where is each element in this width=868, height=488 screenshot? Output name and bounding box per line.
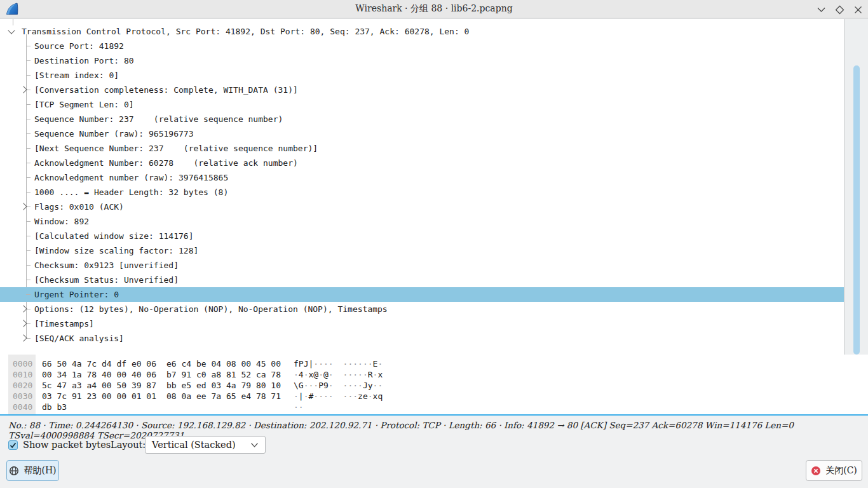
tree-row[interactable]: Sequence Number: 237 (relative sequence … — [0, 112, 844, 126]
help-button[interactable]: 帮助(H) — [6, 460, 59, 481]
hex-offset: 0040 — [8, 402, 36, 412]
tree-row-label: Source Port: 41892 — [34, 41, 124, 51]
hex-bytes — [166, 402, 281, 412]
tree-row[interactable]: [Checksum Status: Unverified] — [0, 273, 844, 287]
tree-row-label: [Next Sequence Number: 237 (relative seq… — [34, 144, 318, 153]
help-button-label: 帮助(H) — [24, 465, 56, 477]
tree-row[interactable]: Urgent Pointer: 0 — [0, 287, 844, 302]
tree-row[interactable]: Sequence Number (raw): 965196773 — [0, 126, 844, 141]
layout-label: Layout: — [111, 440, 146, 450]
collapse-arrow-icon[interactable] — [8, 27, 15, 34]
tree-row-label: Acknowledgment number (raw): 3976415865 — [34, 173, 228, 182]
hex-bytes: 00 34 1a 78 40 00 40 06 — [42, 369, 156, 380]
packet-detail-dialog: { "window": { "title": "Wireshark · 分组 8… — [0, 0, 868, 488]
hex-bytes: b7 91 c0 a8 81 52 ca 78 — [166, 369, 281, 380]
hex-bytes: 03 7c 91 23 00 00 01 01 — [42, 391, 156, 402]
title-bar: Wireshark · 分组 88 · lib6-2.pcapng — [0, 0, 868, 18]
packet-bytes-pane[interactable]: 000066 50 4a 7c d4 df e0 06e6 c4 be 04 0… — [0, 355, 868, 414]
hex-row[interactable]: 0040db b3·· — [0, 402, 383, 412]
show-packet-bytes-label[interactable]: Show packet bytes — [23, 440, 111, 450]
hex-bytes: 66 50 4a 7c d4 df e0 06 — [42, 358, 156, 369]
expand-arrow-icon[interactable] — [20, 334, 27, 341]
hex-offset: 0010 — [8, 369, 36, 380]
hex-bytes: e6 c4 be 04 08 00 45 00 — [166, 358, 281, 369]
close-circle-icon — [811, 466, 821, 476]
tree-row[interactable]: Flags: 0x010 (ACK) — [0, 200, 844, 214]
check-icon — [10, 442, 17, 449]
hex-ascii: ·····R·x — [343, 369, 383, 380]
hex-offset: 0030 — [8, 391, 36, 402]
hex-row[interactable]: 000066 50 4a 7c d4 df e0 06e6 c4 be 04 0… — [0, 358, 383, 369]
tree-row-label: Urgent Pointer: 0 — [34, 290, 119, 299]
tree-row-label: [TCP Segment Len: 0] — [34, 100, 134, 109]
tree-scrollbar-thumb[interactable] — [853, 65, 860, 355]
tree-row[interactable]: Checksum: 0x9123 [unverified] — [0, 258, 844, 273]
expand-arrow-icon[interactable] — [20, 86, 27, 93]
tree-row-label: Sequence Number: 237 (relative sequence … — [34, 114, 283, 124]
hex-bytes: 5c 47 a3 a4 00 50 39 87 — [42, 380, 156, 391]
tree-row-label: [Stream index: 0] — [34, 71, 119, 80]
tree-row[interactable]: Source Port: 41892 — [0, 39, 844, 53]
hex-bytes: db b3 — [42, 402, 156, 412]
pane-focus-line — [0, 414, 868, 416]
tree-row[interactable]: Transmission Control Protocol, Src Port:… — [0, 24, 844, 39]
tree-row-label: [Conversation completeness: Complete, WI… — [34, 85, 298, 95]
hex-bytes: 08 0a ee 7a 65 e4 78 71 — [166, 391, 281, 402]
tree-row-label: [Timestamps] — [34, 319, 94, 329]
close-button[interactable]: 关闭(C) — [806, 460, 862, 481]
show-packet-bytes-checkbox[interactable] — [8, 440, 18, 450]
tree-row-label: [Calculated window size: 114176] — [34, 231, 193, 241]
tree-row[interactable]: [Window size scaling factor: 128] — [0, 243, 844, 258]
tree-row[interactable]: [TCP Segment Len: 0] — [0, 97, 844, 112]
packet-detail-tree[interactable]: Transmission Control Protocol, Src Port:… — [0, 19, 868, 355]
tree-row-label: Options: (12 bytes), No-Operation (NOP),… — [34, 304, 388, 314]
chevron-down-icon — [250, 442, 259, 448]
tree-row-label: Acknowledgment Number: 60278 (relative a… — [34, 158, 298, 168]
tree-row[interactable]: [Conversation completeness: Complete, WI… — [0, 83, 844, 97]
help-globe-icon — [9, 466, 19, 476]
hex-ascii: ·4·x@·@· — [294, 369, 334, 380]
maximize-button[interactable] — [834, 4, 844, 15]
minimize-button[interactable] — [816, 4, 826, 15]
tree-row-label: [Window size scaling factor: 128] — [34, 246, 198, 255]
tree-row-label: Sequence Number (raw): 965196773 — [34, 129, 193, 139]
tree-row[interactable]: Options: (12 bytes), No-Operation (NOP),… — [0, 302, 844, 316]
tree-row-label: [Checksum Status: Unverified] — [34, 275, 179, 285]
hex-ascii: ······E· — [343, 358, 383, 369]
expand-arrow-icon[interactable] — [20, 203, 27, 210]
tree-row[interactable]: [Next Sequence Number: 237 (relative seq… — [0, 141, 844, 156]
expand-arrow-icon[interactable] — [20, 305, 27, 312]
hex-row[interactable]: 001000 34 1a 78 40 00 40 06b7 91 c0 a8 8… — [0, 369, 383, 380]
hex-ascii: \G···P9· — [294, 380, 334, 391]
tree-row-label: Destination Port: 80 — [34, 56, 134, 65]
tree-row-label: [SEQ/ACK analysis] — [34, 334, 124, 343]
tree-row[interactable]: Window: 892 — [0, 214, 844, 229]
tree-row-label: Transmission Control Protocol, Src Port:… — [22, 27, 469, 36]
hex-offset: 0020 — [8, 380, 36, 391]
tree-row[interactable]: 1000 .... = Header Length: 32 bytes (8) — [0, 185, 844, 200]
tree-row[interactable]: [Timestamps] — [0, 316, 844, 331]
window-title: Wireshark · 分组 88 · lib6-2.pcapng — [0, 3, 868, 15]
hex-ascii: ·· — [294, 402, 334, 412]
tree-row[interactable]: [Stream index: 0] — [0, 68, 844, 83]
tree-row[interactable]: Acknowledgment number (raw): 3976415865 — [0, 170, 844, 185]
tree-row-label: Window: 892 — [34, 217, 89, 226]
tree-row[interactable]: Destination Port: 80 — [0, 53, 844, 68]
tree-row[interactable]: [SEQ/ACK analysis] — [0, 331, 844, 346]
tree-row[interactable]: Acknowledgment Number: 60278 (relative a… — [0, 156, 844, 170]
layout-dropdown[interactable]: Vertical (Stacked) — [145, 436, 266, 454]
tree-row[interactable]: [Calculated window size: 114176] — [0, 229, 844, 243]
hex-ascii: ····Jy·· — [343, 380, 383, 391]
hex-row[interactable]: 00205c 47 a3 a4 00 50 39 87bb e5 ed 03 4… — [0, 380, 383, 391]
layout-dropdown-value: Vertical (Stacked) — [152, 440, 248, 450]
tree-row-label: 1000 .... = Header Length: 32 bytes (8) — [34, 187, 228, 197]
hex-offset: 0000 — [8, 358, 36, 369]
expand-arrow-icon[interactable] — [20, 320, 27, 327]
hex-ascii: ···ze·xq — [343, 391, 383, 402]
tree-row-label: Checksum: 0x9123 [unverified] — [34, 261, 179, 270]
close-button-label: 关闭(C) — [825, 465, 857, 477]
packet-summary-line: No.: 88 · Time: 0.244264130 · Source: 19… — [8, 420, 868, 440]
tree-row-label: Flags: 0x010 (ACK) — [34, 202, 124, 212]
close-window-button[interactable] — [853, 4, 863, 15]
hex-row[interactable]: 003003 7c 91 23 00 00 01 0108 0a ee 7a 6… — [0, 391, 383, 402]
